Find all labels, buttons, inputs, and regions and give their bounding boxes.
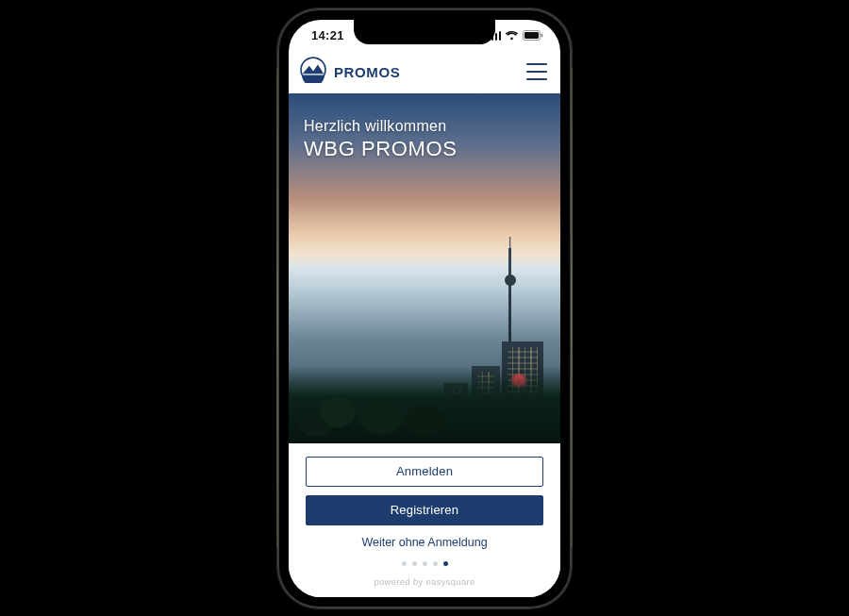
- powered-by-label: powered by easysquare: [306, 576, 543, 590]
- action-panel: Anmelden Registrieren Weiter ohne Anmeld…: [289, 443, 560, 597]
- hero-title-block: Herzlich willkommen WBG PROMOS: [304, 118, 545, 161]
- phone-frame: 14:21: [277, 8, 572, 608]
- hero-title: WBG PROMOS: [304, 137, 545, 161]
- app-header: PROMOS: [289, 52, 560, 93]
- page-dot[interactable]: [412, 561, 417, 566]
- hamburger-menu-icon[interactable]: [526, 63, 547, 80]
- hero-image: Herzlich willkommen WBG PROMOS: [289, 93, 560, 443]
- page-dot[interactable]: [423, 561, 427, 566]
- trees: [289, 366, 560, 443]
- svg-rect-2: [541, 33, 543, 37]
- notch: [354, 20, 495, 44]
- brand-name: PROMOS: [334, 64, 400, 80]
- screen: 14:21: [289, 20, 560, 597]
- brand-logo-icon: [300, 57, 326, 87]
- register-button[interactable]: Registrieren: [306, 495, 543, 525]
- wifi-icon: [505, 30, 519, 41]
- city-illustration: [289, 240, 560, 442]
- login-button[interactable]: Anmelden: [306, 457, 543, 487]
- svg-rect-1: [524, 32, 539, 39]
- page-dot[interactable]: [433, 561, 438, 566]
- status-time: 14:21: [311, 28, 344, 42]
- page-indicator[interactable]: [306, 561, 543, 568]
- page-dot[interactable]: [443, 561, 448, 566]
- battery-icon: [523, 30, 543, 41]
- brand: PROMOS: [300, 57, 400, 87]
- page-dot[interactable]: [402, 561, 407, 566]
- status-indicators: [488, 30, 543, 41]
- continue-without-login-link[interactable]: Weiter ohne Anmeldung: [306, 534, 543, 553]
- hero-subtitle: Herzlich willkommen: [304, 118, 545, 135]
